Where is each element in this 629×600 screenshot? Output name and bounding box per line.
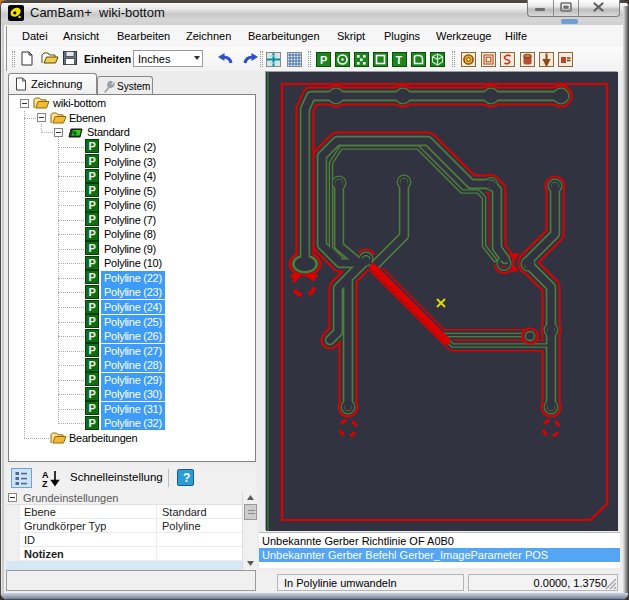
svg-text:P: P (88, 417, 95, 429)
svg-text:P: P (88, 213, 95, 225)
svg-text:Z: Z (42, 479, 48, 488)
svg-text:A: A (42, 470, 49, 480)
svg-text:P: P (88, 402, 95, 414)
svg-text:P: P (88, 359, 95, 371)
svg-text:P: P (88, 286, 95, 298)
svg-text:P: P (88, 257, 95, 269)
svg-text:P: P (88, 228, 95, 240)
svg-text:P: P (88, 330, 95, 342)
svg-text:P: P (88, 170, 95, 182)
svg-text:P: P (88, 373, 95, 385)
svg-text:P: P (88, 155, 95, 167)
svg-text:P: P (320, 54, 327, 66)
svg-text:P: P (88, 199, 95, 211)
svg-text:P: P (88, 344, 95, 356)
svg-text:P: P (88, 315, 95, 327)
svg-text:P: P (88, 271, 95, 283)
svg-text:P: P (88, 184, 95, 196)
svg-text:P: P (88, 242, 95, 254)
svg-text:P: P (88, 140, 95, 152)
svg-text:T: T (396, 54, 403, 66)
svg-text:P: P (88, 388, 95, 400)
svg-text:P: P (88, 301, 95, 313)
